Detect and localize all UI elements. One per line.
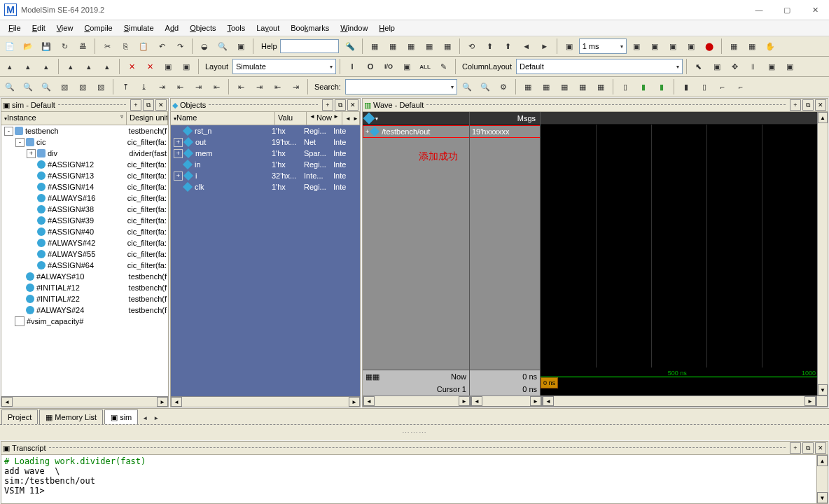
view3-icon[interactable]: ▮	[653, 78, 670, 95]
panel-close-button[interactable]: ✕	[347, 99, 358, 111]
wave-names-hscroll[interactable]: ◄►	[363, 396, 471, 407]
menu-file[interactable]: File	[3, 22, 27, 34]
scroll-down-icon[interactable]: ▼	[817, 492, 828, 503]
tree-node[interactable]: #INITIAL#12testbench(f	[1, 282, 168, 293]
edge5-icon[interactable]: ⇥	[190, 78, 207, 95]
expand-icon[interactable]: +	[27, 149, 36, 158]
group2-icon[interactable]: ▴	[81, 58, 97, 75]
menu-objects[interactable]: Objects	[184, 22, 221, 34]
add-icon[interactable]: ◒	[196, 38, 213, 55]
tree-node[interactable]: #INITIAL#22testbench(f	[1, 293, 168, 304]
col-value[interactable]: Valu	[275, 112, 307, 125]
panel-dock-button[interactable]: ⧉	[335, 99, 346, 111]
search-next-icon[interactable]: 🔍	[477, 78, 494, 95]
undo-icon[interactable]: ↶	[153, 38, 170, 55]
up2-icon[interactable]: ⬆	[500, 38, 517, 55]
scroll-right-icon[interactable]: ►	[804, 396, 816, 406]
panel-add-button[interactable]: +	[130, 99, 141, 111]
pan-icon[interactable]: ✥	[727, 58, 744, 75]
scroll-up-icon[interactable]: ▲	[818, 112, 828, 123]
step-icon[interactable]: ▣	[561, 38, 578, 55]
tab-project[interactable]: Project	[1, 410, 38, 424]
search-opts-icon[interactable]: ⚙	[495, 78, 512, 95]
all-button[interactable]: ALL	[417, 58, 433, 75]
break2-icon[interactable]: ▣	[683, 38, 699, 55]
zoom6-icon[interactable]: ▧	[92, 78, 109, 95]
cursor3-icon[interactable]: ▴	[38, 58, 55, 75]
tab-prev-icon[interactable]: ◄	[139, 412, 151, 424]
col-mode[interactable]: ◄ ►	[342, 112, 360, 125]
dataflow-icon[interactable]: ▦	[744, 38, 760, 55]
tree-node[interactable]: #ASSIGN#38cic_filter(fa:	[1, 204, 168, 215]
panel-dock-button[interactable]: ⧉	[143, 99, 154, 111]
scroll-left-icon[interactable]: ◄	[363, 396, 375, 406]
find-icon[interactable]: 🔍	[214, 38, 231, 55]
tree-node[interactable]: -ciccic_filter(fa:	[1, 136, 168, 148]
scroll-right-icon[interactable]: ►	[349, 397, 360, 407]
tree-node[interactable]: #ASSIGN#12cic_filter(fa:	[1, 159, 168, 170]
tree-node[interactable]: #vsim_capacity#	[1, 316, 168, 327]
fmt3-icon[interactable]: ▦	[556, 78, 573, 95]
zoom5-icon[interactable]: ▧	[74, 78, 91, 95]
chevron-down-icon[interactable]: ▾	[375, 115, 378, 122]
hand-icon[interactable]: ✋	[762, 38, 779, 55]
object-row[interactable]: +mem1'hxSpar...Inte	[171, 148, 360, 159]
continue-icon[interactable]: ▣	[664, 38, 681, 55]
forward-icon[interactable]: ►	[536, 38, 553, 55]
group1-icon[interactable]: ▴	[62, 58, 79, 75]
panel-add-button[interactable]: +	[790, 99, 801, 111]
paste-icon[interactable]: 📋	[135, 38, 152, 55]
sim-hscroll[interactable]: ◄►	[1, 396, 168, 407]
search-prev-icon[interactable]: 🔍	[459, 78, 475, 95]
search-dropdown[interactable]: ▾	[345, 79, 457, 94]
help-input[interactable]	[280, 39, 339, 53]
tree-node[interactable]: #ALWAYS#10testbench(f	[1, 271, 168, 282]
transcript-body[interactable]: # Loading work.divider(fast)add wave \si…	[1, 455, 828, 503]
objects-hscroll[interactable]: ◄►	[171, 396, 360, 407]
panel-dock-button[interactable]: ⧉	[802, 99, 814, 111]
break-icon[interactable]: ▦	[439, 38, 456, 55]
zoom-icon[interactable]: ▣	[709, 58, 725, 75]
object-row[interactable]: +out19'hx...NetInte	[171, 136, 360, 148]
group3-icon[interactable]: ▴	[99, 58, 116, 75]
group-icon[interactable]: ⫴	[745, 58, 762, 75]
menu-add[interactable]: Add	[160, 22, 185, 34]
zoomfull-icon[interactable]: 🔍	[38, 78, 55, 95]
new-icon[interactable]: 📄	[1, 38, 18, 55]
wave-signal-value[interactable]: 19'hxxxxxx	[470, 125, 540, 138]
open-icon[interactable]: 📂	[20, 38, 36, 55]
redo-icon[interactable]: ↷	[172, 38, 188, 55]
expand-icon[interactable]: +	[174, 149, 183, 158]
fmt1-icon[interactable]: ▦	[520, 78, 536, 95]
collapse-icon[interactable]: ▣	[232, 38, 249, 55]
print-icon[interactable]: 🖶	[74, 38, 91, 55]
menu-compile[interactable]: Compile	[78, 22, 118, 34]
nav4-icon[interactable]: ⇥	[287, 78, 304, 95]
save-icon[interactable]: 💾	[38, 38, 55, 55]
io-button[interactable]: I/O	[380, 58, 397, 75]
splitter[interactable]: ⋯⋯⋯	[0, 424, 829, 440]
panel-dock-button[interactable]: ⧉	[802, 442, 814, 454]
scroll-right-icon[interactable]: ►	[530, 396, 541, 406]
mark4-icon[interactable]: ▣	[178, 58, 195, 75]
internal-button[interactable]: ▣	[398, 58, 415, 75]
reload-icon[interactable]: ↻	[56, 38, 73, 55]
edge3-icon[interactable]: ⇥	[153, 78, 170, 95]
copy-icon[interactable]: ⎘	[117, 38, 134, 55]
sim-tree[interactable]: -testbenchtestbench(f-ciccic_filter(fa:+…	[1, 125, 168, 396]
compile-icon[interactable]: ▦	[366, 38, 383, 55]
tree-node[interactable]: -testbenchtestbench(f	[1, 125, 168, 136]
object-row[interactable]: clk1'hxRegi...Inte	[171, 181, 360, 192]
panel-close-button[interactable]: ✕	[815, 99, 826, 111]
expand-icon[interactable]: +	[365, 128, 369, 135]
fmt4-icon[interactable]: ▦	[574, 78, 591, 95]
edge2-icon[interactable]: ⤓	[135, 78, 152, 95]
combine-icon[interactable]: ▣	[763, 58, 780, 75]
tree-node[interactable]: #ALWAYS#16cic_filter(fa:	[1, 192, 168, 204]
tab-next-icon[interactable]: ►	[151, 412, 162, 424]
menu-simulate[interactable]: Simulate	[118, 22, 160, 34]
sig3-icon[interactable]: ⌐	[714, 78, 731, 95]
menu-view[interactable]: View	[51, 22, 79, 34]
scroll-right-icon[interactable]: ►	[459, 396, 470, 406]
edge1-icon[interactable]: ⤒	[117, 78, 134, 95]
